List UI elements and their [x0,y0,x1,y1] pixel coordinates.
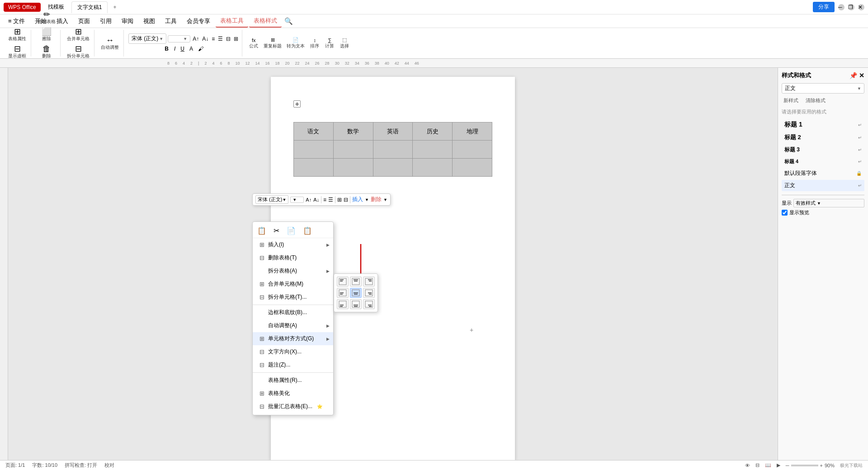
align-bottom-center[interactable] [350,299,362,309]
align-bottom-left[interactable] [337,299,349,309]
close-button[interactable]: ✕ [858,4,864,10]
table-add-row-handle[interactable]: + [470,326,473,334]
mini-font-size[interactable]: ▼ [290,197,304,203]
sidebar-style-default-font[interactable]: 默认段落字体 🔒 [782,168,864,179]
mini-cell-split[interactable]: ⊟ [344,197,348,203]
menu-page[interactable]: 页面 [74,15,94,27]
ribbon-merge-btn[interactable]: ⊞ 合并单元格 [65,27,91,43]
align-middle-left[interactable] [337,288,349,298]
table-cell-r1c2[interactable] [333,141,373,159]
font-shrink-btn[interactable]: A↓ [201,35,209,43]
wps-tab[interactable]: WPS Office [4,3,41,12]
align-grid-btn[interactable]: ⊟ [225,35,231,43]
sidebar-style-heading2[interactable]: 标题 2 ↵ [782,132,864,143]
ribbon-bold-btn[interactable]: B [162,45,171,53]
sidebar-new-style-btn[interactable]: 新样式 [782,96,800,105]
ribbon-italic-btn[interactable]: I [172,45,177,53]
ctx-merge-cells-item[interactable]: ⊞ 合并单元格(M) [253,277,333,291]
ribbon-sort-btn[interactable]: ↕ 排序 [308,37,321,50]
align-top-right[interactable] [363,277,375,287]
document-area[interactable]: ✛ 语文 数学 英语 历史 地理 [8,68,778,460]
menu-file[interactable]: ≡ 文件 [4,15,29,27]
sidebar-style-dropdown[interactable]: 正文 ▼ [782,83,864,94]
restore-button[interactable]: ❐ [848,4,854,10]
mini-font-grow[interactable]: A↑ [306,197,311,202]
status-eye-icon[interactable]: 👁 [745,463,750,468]
ctx-batch-summary-item[interactable]: ⊟ 批量汇总表格(E)... ⭐ [253,400,333,413]
ribbon-repeat-header-btn[interactable]: ⊞ 重复标题 [262,36,283,50]
table-cell-r1c3[interactable] [373,141,413,159]
ctx-paste-special-btn[interactable]: 📋 [301,226,314,236]
ctx-beautify-item[interactable]: ⊞ 表格美化 [253,387,333,400]
ribbon-to-text-btn[interactable]: 📄 转为文本 [285,36,307,50]
ctx-delete-table-item[interactable]: ⊟ 删除表格(T) [253,251,333,264]
table-cell-r2c1[interactable] [294,159,334,177]
menu-table-tools[interactable]: 表格工具 [216,15,248,28]
ctx-cell-align-item[interactable]: ⊞ 单元格对齐方式(G) [253,332,333,345]
sidebar-style-normal[interactable]: 正文 ↵ [782,180,864,191]
sidebar-style-heading1[interactable]: 标题 1 ↵ [782,119,864,131]
table-cell-r2c2[interactable] [333,159,373,177]
mini-delete-arrow[interactable]: ▼ [383,197,387,202]
zoom-in-btn[interactable]: + [820,463,823,468]
mini-line-spacing[interactable]: ≡ [323,197,326,203]
table-cell-r1c5[interactable] [453,141,492,159]
table-cell-shuxue[interactable]: 数学 [333,122,373,141]
sidebar-style-heading4[interactable]: 标题 4 ↵ [782,156,864,167]
sidebar-style-select[interactable]: 正文 ▼ [782,83,864,94]
menu-vip[interactable]: 会员专享 [182,15,215,27]
ribbon-font-color-btn[interactable]: A [188,45,195,53]
zoom-slider[interactable] [791,465,818,466]
mini-bullet[interactable]: ☰ [328,197,333,203]
mini-delete-btn[interactable]: 删除 [371,196,382,203]
ctx-copy-btn[interactable]: 📋 [255,226,268,236]
share-button[interactable]: 分享 [813,2,835,12]
ribbon-show-virtual-btn[interactable]: ⊟ 显示虚框 [6,44,28,60]
ctx-cut-btn[interactable]: ✂ [272,226,281,236]
mini-cell-merge[interactable]: ⊞ [337,197,342,203]
ribbon-split-btn[interactable]: ⊟ 拆分单元格 [65,44,91,60]
font-grow-btn[interactable]: A↑ [192,35,200,43]
ribbon-draw-table-btn[interactable]: ✏ 绘制表格 [36,9,57,26]
ctx-table-props-item[interactable]: 表格属性(R)... [253,374,333,387]
menu-table-style[interactable]: 表格样式 [249,15,282,28]
table-cell-dili[interactable]: 地理 [453,122,492,141]
sidebar-preview-checkbox[interactable] [782,210,788,216]
ribbon-erase-btn[interactable]: ⬜ 擦除 [40,27,53,43]
ribbon-table-props-btn[interactable]: ⊞ 表格属性 [6,27,28,43]
sidebar-pin-btn[interactable]: 📌 [849,72,857,79]
table-cell-r1c1[interactable] [294,141,334,159]
cell-align-btn[interactable]: ⊞ [233,35,239,43]
line-height-btn[interactable]: ≡ [211,35,216,43]
menu-tools[interactable]: 工具 [160,15,181,27]
add-tab-btn[interactable]: + [109,3,120,11]
menu-ref[interactable]: 引用 [95,15,116,27]
table-move-handle[interactable]: ✛ [293,100,301,108]
table-cell-yuwen[interactable]: 语文 [294,122,334,141]
ribbon-delete-btn[interactable]: 🗑 删除 [40,44,53,60]
align-top-left[interactable] [337,277,349,287]
ribbon-calculate-btn[interactable]: ∑ 计算 [323,37,336,50]
table-cell-r2c5[interactable] [453,159,492,177]
ctx-split-cells-item[interactable]: ⊟ 拆分单元格(T)... [253,291,333,304]
ctx-insert-item[interactable]: ⊞ 插入(I) [253,238,333,251]
ribbon-highlight-btn[interactable]: 🖌 [196,45,205,53]
sidebar-display-select[interactable]: 有效样式 ▼ [793,199,864,207]
status-read-icon[interactable]: 📖 [765,462,771,468]
align-top-center[interactable] [350,277,362,287]
ctx-auto-adjust-item[interactable]: 自动调整(A) [253,319,333,332]
ribbon-underline-btn[interactable]: U [179,45,186,53]
mini-insert-btn[interactable]: 插入 [352,196,363,203]
table-cell-r2c3[interactable] [373,159,413,177]
menu-review[interactable]: 审阅 [117,15,138,27]
table-cell-yingyu[interactable]: 英语 [373,122,413,141]
ribbon-select-btn[interactable]: ⬚ 选择 [338,36,351,50]
ctx-border-item[interactable]: 边框和底纹(B)... [253,306,333,319]
table-cell-r1c4[interactable] [413,141,453,159]
align-bottom-right[interactable] [363,299,375,309]
zoom-out-btn[interactable]: ─ [786,463,789,468]
sidebar-close-btn[interactable]: ✕ [859,72,864,79]
status-layout-icon[interactable]: ⊟ [755,462,760,468]
ribbon-auto-adjust-btn[interactable]: ↔ 自动调整 [99,35,121,52]
minimize-button[interactable]: ─ [838,4,844,10]
